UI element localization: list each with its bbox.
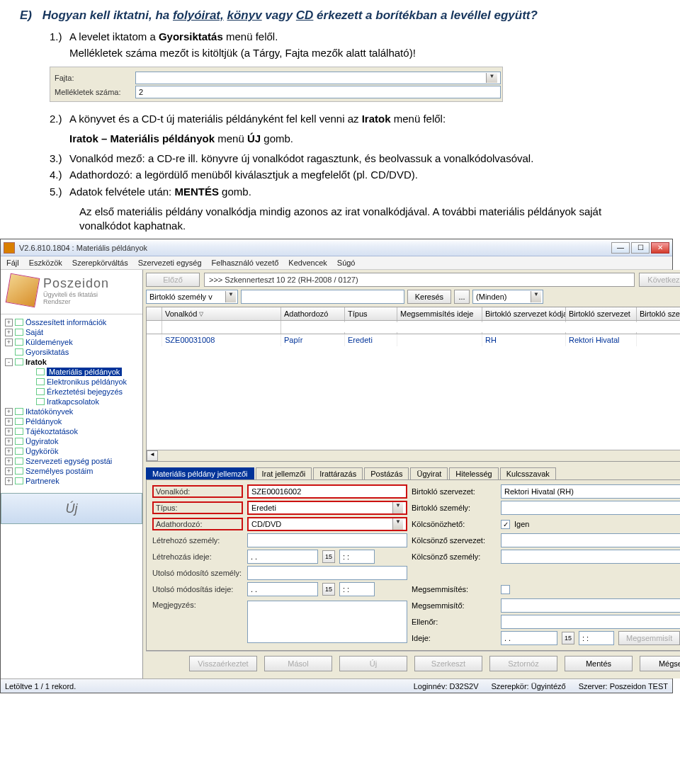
megsemmisit-button[interactable]: Megsemmisít <box>618 631 680 645</box>
expand-icon[interactable]: + <box>5 329 13 336</box>
action-visszaérkeztet[interactable]: Visszaérkeztet <box>189 656 257 671</box>
grid-header-birtoklo-keresztnev[interactable]: Birtokló személy keresztneve <box>637 307 680 320</box>
grid-filter-vonalkod[interactable] <box>164 322 279 332</box>
action-új[interactable]: Új <box>339 656 407 671</box>
input-kolcsonzo-szemely[interactable] <box>501 550 680 564</box>
tree-node[interactable]: Iratkapcsolatok <box>4 397 142 407</box>
tab-postazas[interactable]: Postázás <box>364 467 409 479</box>
action-másol[interactable]: Másol <box>264 656 332 671</box>
expand-icon[interactable]: + <box>5 319 13 326</box>
collapse-icon[interactable]: - <box>5 358 13 366</box>
tree-node[interactable]: +Iktatókönyvek <box>4 407 142 416</box>
menu-sugo[interactable]: Súgó <box>337 259 356 267</box>
search-button[interactable]: Keresés <box>407 290 451 304</box>
calendar-icon[interactable]: 15 <box>322 550 335 563</box>
expand-icon[interactable]: + <box>5 428 13 436</box>
minimize-button[interactable]: — <box>611 242 630 254</box>
menu-eszkozok[interactable]: Eszközök <box>29 259 62 267</box>
tree-node[interactable]: +Példányok <box>4 416 142 426</box>
tab-hitelesseg[interactable]: Hitelesség <box>449 467 498 479</box>
leaf-icon[interactable] <box>26 388 34 396</box>
tree-node[interactable]: +Összesített információk <box>4 317 142 327</box>
tab-kulcsszavak[interactable]: Kulcsszavak <box>500 467 556 479</box>
input-megsemm-date[interactable]: . . <box>501 631 557 645</box>
input-ellenor[interactable] <box>501 615 680 629</box>
grid-filter-birtoklo-kereszt[interactable] <box>638 322 680 332</box>
tab-irattarazas[interactable]: Irattárazás <box>313 467 363 479</box>
tab-ugyirat[interactable]: Ügyirat <box>410 467 448 479</box>
dropdown-adathordozo[interactable]: CD/DVD▼ <box>247 517 407 531</box>
search-field-dropdown[interactable]: Birtokló személy v▼ <box>146 290 238 304</box>
input-birtoklo-szervezet[interactable]: Rektori Hivatal (RH) <box>501 484 680 499</box>
calendar-icon[interactable]: 15 <box>562 632 574 644</box>
menu-felhasznalo-vezeto[interactable]: Felhasználó vezető <box>212 259 279 267</box>
input-vonalkod[interactable]: SZE00016002 <box>247 484 407 499</box>
action-szerkeszt[interactable]: Szerkeszt <box>414 656 482 671</box>
tree-node[interactable]: Materiális példányok <box>4 367 142 377</box>
grid-header-vonalkod[interactable]: Vonalkód▽ <box>162 307 281 320</box>
grid-header-birtoklo-kod[interactable]: Birtokló szervezet kódja <box>482 307 566 320</box>
input-megsemm-time[interactable]: : : <box>579 631 614 645</box>
grid-corner[interactable] <box>147 307 162 320</box>
leaf-icon[interactable] <box>5 348 13 356</box>
grid-hscrollbar[interactable]: ◄ ► <box>147 450 680 461</box>
grid-header-birtoklo-szerv[interactable]: Birtokló szervezet <box>566 307 637 320</box>
filter-minden-dropdown[interactable]: (Minden)▼ <box>472 290 543 304</box>
table-row[interactable]: SZE00031008 Papír Eredeti RH Rektori Hiv… <box>147 334 680 346</box>
tree-node[interactable]: +Ügyiratok <box>4 436 142 446</box>
tree-node[interactable]: +Küldemények <box>4 337 142 347</box>
tree-node[interactable]: +Szervezeti egység postái <box>4 456 142 466</box>
input-utolso-modosito[interactable] <box>247 566 407 580</box>
expand-icon[interactable]: + <box>5 458 13 465</box>
tab-irat-jellemzoi[interactable]: Irat jellemzői <box>256 467 312 479</box>
mellekletek-input[interactable]: 2 <box>135 86 501 98</box>
expand-icon[interactable]: + <box>5 418 13 426</box>
expand-icon[interactable]: + <box>5 339 13 346</box>
input-utolso-mod-date[interactable]: . . <box>247 582 318 596</box>
expand-icon[interactable]: + <box>5 438 13 445</box>
grid-header-megsemmisites[interactable]: Megsemmisítés ideje <box>397 307 482 320</box>
fajta-dropdown[interactable]: ▼ <box>135 72 501 84</box>
search-input[interactable] <box>241 290 404 304</box>
tree-node[interactable]: Elektronikus példányok <box>4 377 142 387</box>
next-button[interactable]: Következő <box>639 273 680 287</box>
tree-node[interactable]: +Saját <box>4 327 142 337</box>
menu-fajl[interactable]: Fájl <box>6 259 19 267</box>
expand-icon[interactable]: + <box>5 477 13 485</box>
search-options-button[interactable]: ... <box>454 290 470 304</box>
checkbox-megsemmisites[interactable] <box>501 585 510 594</box>
expand-icon[interactable]: + <box>5 467 13 475</box>
big-new-button[interactable]: Új <box>1 493 142 524</box>
tree-node[interactable]: Gyorsiktatás <box>4 347 142 357</box>
tab-materialis-jellemzoi[interactable]: Materiális példány jellemzői <box>146 467 254 479</box>
input-letrehozas-time[interactable]: : : <box>339 550 375 564</box>
close-button[interactable]: ✕ <box>651 242 669 254</box>
input-kolcsonzo-szervezet[interactable] <box>501 533 680 547</box>
menu-szervezeti-egyseg[interactable]: Szervezeti egység <box>138 259 202 267</box>
expand-icon[interactable]: + <box>5 448 13 455</box>
action-mentés[interactable]: Mentés <box>565 656 633 671</box>
textarea-megjegyzes[interactable] <box>247 601 407 643</box>
grid-header-adathordozo[interactable]: Adathordozó <box>281 307 345 320</box>
tree-node[interactable]: +Ügykörök <box>4 446 142 456</box>
tree-node[interactable]: +Partnerek <box>4 476 142 486</box>
calendar-icon[interactable]: 15 <box>322 583 335 596</box>
tree-node[interactable]: Érkeztetési bejegyzés <box>4 387 142 397</box>
leaf-icon[interactable] <box>26 378 34 386</box>
action-mégsem[interactable]: Mégsem <box>640 656 680 671</box>
checkbox-kolcsonozheto[interactable]: ✓ <box>501 520 510 529</box>
dropdown-tipus[interactable]: Eredeti▼ <box>247 501 407 515</box>
maximize-button[interactable]: ☐ <box>631 242 650 254</box>
tree-node[interactable]: +Tájékoztatások <box>4 426 142 436</box>
input-utolso-mod-time[interactable]: : : <box>339 582 375 596</box>
input-birtoklo-szemely[interactable] <box>501 501 680 515</box>
input-letrehozas-date[interactable]: . . <box>247 550 318 564</box>
scroll-left-icon[interactable]: ◄ <box>147 450 158 461</box>
menu-kedvencek[interactable]: Kedvencek <box>288 259 327 267</box>
leaf-icon[interactable] <box>26 368 34 376</box>
action-sztornóz[interactable]: Sztornóz <box>489 656 557 671</box>
leaf-icon[interactable] <box>26 398 34 406</box>
input-letrehozo-szemely[interactable] <box>247 533 407 547</box>
tree-node[interactable]: +Személyes postáim <box>4 466 142 476</box>
menu-szerepkorvaltas[interactable]: Szerepkörváltás <box>72 259 128 267</box>
